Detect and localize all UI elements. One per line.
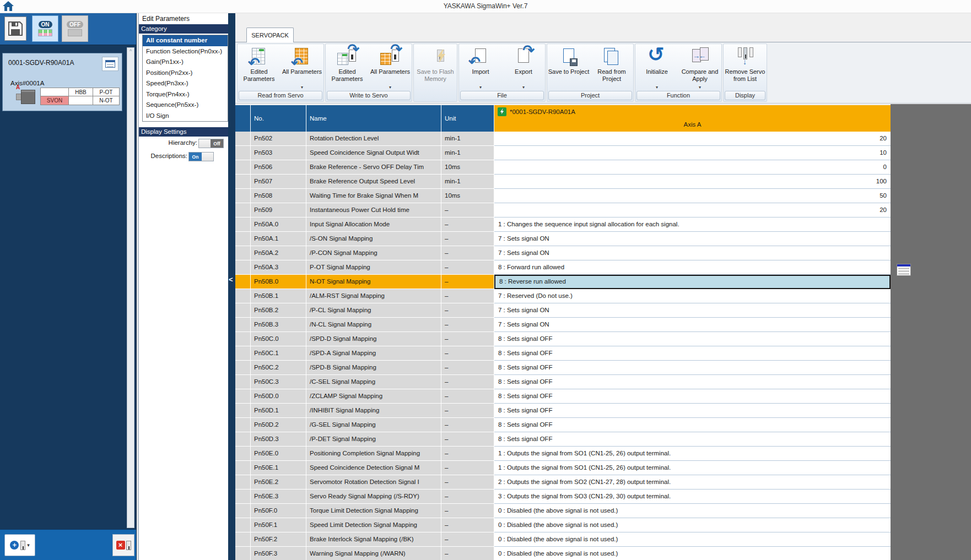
param-name[interactable]: Torque Limit Detection Signal Mapping [306,504,441,518]
param-no[interactable]: Pn50C.0 [251,332,306,346]
param-value[interactable]: 10 [494,146,891,160]
hierarchy-toggle[interactable]: Off [198,139,224,148]
param-value[interactable]: 8 : Sets signal OFF [494,389,891,404]
param-no[interactable]: Pn50F.0 [251,504,306,518]
param-value[interactable]: 20 [494,132,891,146]
param-no[interactable]: Pn50F.2 [251,532,306,547]
category-item-torque-pn4xx[interactable]: Torque(Pn4xx-) [143,89,228,100]
param-no[interactable]: Pn506 [251,160,306,175]
param-no[interactable]: Pn50C.1 [251,346,306,361]
display-remove-servo-from-list-button[interactable]: ↓Remove Servo from List [724,44,767,90]
row-indicator[interactable] [235,490,251,504]
read-from-servo-all-parameters-button[interactable]: ↶All Parameters▾ [280,44,323,90]
category-item-gain-pn1xx[interactable]: Gain(Pn1xx-) [143,57,228,68]
param-name[interactable]: /S-ON Signal Mapping [306,232,441,246]
save-button[interactable] [4,17,26,41]
param-name[interactable]: /ZCLAMP Signal Mapping [306,389,441,404]
delete-servo-button[interactable]: × [112,534,134,556]
category-item-position-pn2xx[interactable]: Position(Pn2xx-) [143,68,228,79]
row-indicator[interactable] [235,361,251,375]
param-value[interactable]: 2 : Outputs the signal from SO2 (CN1-27,… [494,475,891,490]
file-export-button[interactable]: ↷Export▾ [502,44,545,90]
param-no[interactable]: Pn50D.3 [251,432,306,447]
param-value[interactable]: 7 : Sets signal ON [494,232,891,246]
row-indicator[interactable] [235,203,251,218]
row-indicator[interactable] [235,404,251,418]
file-import-button[interactable]: ↶Import▾ [459,44,502,90]
param-value[interactable]: 8 : Sets signal OFF [494,332,891,346]
param-name[interactable]: /SPD-A Signal Mapping [306,346,441,361]
dropdown-caret-icon[interactable]: ▾ [656,85,658,90]
param-name[interactable]: Warning Signal Mapping (/WARN) [306,547,441,560]
param-name[interactable]: P-OT Signal Mapping [306,260,441,275]
param-name[interactable]: Speed Coincidence Signal Output Widt [306,146,441,160]
param-value[interactable]: 1 : Changes the sequence input signal al… [494,218,891,232]
param-no[interactable]: Pn50E.2 [251,475,306,490]
dropdown-caret-icon[interactable]: ▾ [301,85,303,90]
param-name[interactable]: /P-CL Signal Mapping [306,303,441,318]
project-read-from-project-button[interactable]: Read from Project [590,44,633,90]
param-value[interactable]: 8 : Sets signal OFF [494,346,891,361]
param-name[interactable]: /G-SEL Signal Mapping [306,418,441,432]
param-no[interactable]: Pn507 [251,175,306,189]
servo-on-button[interactable]: ON [32,15,58,42]
param-name[interactable]: /ALM-RST Signal Mapping [306,289,441,303]
param-value[interactable]: 7 : Sets signal ON [494,303,891,318]
param-value[interactable]: 50 [494,189,891,203]
param-name[interactable]: Speed Limit Detection Signal Mapping [306,518,441,532]
descriptions-toggle[interactable]: On [188,152,214,161]
row-indicator[interactable] [235,232,251,246]
tab-servopack[interactable]: SERVOPACK [246,28,294,42]
param-no[interactable]: Pn50B.3 [251,318,306,332]
param-no[interactable]: Pn50B.0 [251,275,306,289]
row-indicator[interactable] [235,303,251,318]
function-compare-and-apply-button[interactable]: →←Compare and Apply▾ [678,44,721,90]
param-value[interactable]: 0 : Disabled (the above signal is not us… [494,547,891,560]
param-no[interactable]: Pn50B.2 [251,303,306,318]
row-indicator[interactable] [235,246,251,260]
category-item-speed-pn3xx[interactable]: Speed(Pn3xx-) [143,78,228,89]
row-indicator[interactable] [235,389,251,404]
param-value[interactable]: 8 : Reverse run allowed [494,275,891,289]
param-value[interactable]: 8 : Forward run allowed [494,260,891,275]
param-value[interactable]: 1 : Outputs the signal from SO1 (CN1-25,… [494,447,891,461]
category-item-function-selection-pn0xx[interactable]: Function Selection(Pn0xx-) [143,46,228,57]
row-indicator[interactable] [235,447,251,461]
function-initialize-button[interactable]: ↺Initialize▾ [635,44,678,90]
param-name[interactable]: Servomotor Rotation Detection Signal I [306,475,441,490]
category-item-sequence-pn5xx[interactable]: Sequence(Pn5xx-) [143,100,228,111]
param-name[interactable]: /C-SEL Signal Mapping [306,375,441,389]
dropdown-caret-icon[interactable]: ▾ [699,85,701,90]
row-indicator[interactable] [235,146,251,160]
param-no[interactable]: Pn50B.1 [251,289,306,303]
servo-device-card[interactable]: 0001-SGDV-R90A01A Axis#0001A A HBB P-OT … [2,53,122,111]
param-value[interactable]: 0 : Disabled (the above signal is not us… [494,532,891,547]
row-indicator[interactable] [235,532,251,547]
param-no[interactable]: Pn508 [251,189,306,203]
row-indicator[interactable] [235,375,251,389]
row-indicator[interactable] [235,132,251,146]
floating-table-window-icon[interactable] [897,264,911,276]
param-name[interactable]: /SPD-B Signal Mapping [306,361,441,375]
param-no[interactable]: Pn50A.2 [251,246,306,260]
param-name[interactable]: Positioning Completion Signal Mapping [306,447,441,461]
param-value[interactable]: 8 : Sets signal OFF [494,404,891,418]
row-indicator[interactable] [235,175,251,189]
param-name[interactable]: Rotation Detection Level [306,132,441,146]
param-name[interactable]: Speed Coincidence Detection Signal M [306,461,441,475]
row-indicator[interactable] [235,218,251,232]
project-save-to-project-button[interactable]: Save to Project [547,44,590,90]
param-no[interactable]: Pn50A.0 [251,218,306,232]
param-no[interactable]: Pn502 [251,132,306,146]
row-indicator[interactable] [235,189,251,203]
param-no[interactable]: Pn50A.1 [251,232,306,246]
servo-list-scrollbar[interactable]: ^ [127,47,134,528]
param-no[interactable]: Pn50E.1 [251,461,306,475]
param-value[interactable]: 0 [494,160,891,175]
param-value[interactable]: 8 : Sets signal OFF [494,432,891,447]
add-servo-button[interactable]: + ▾ [4,534,35,556]
param-no[interactable]: Pn50F.3 [251,547,306,560]
param-name[interactable]: /SPD-D Signal Mapping [306,332,441,346]
param-no[interactable]: Pn50C.2 [251,361,306,375]
param-value[interactable]: 20 [494,203,891,218]
